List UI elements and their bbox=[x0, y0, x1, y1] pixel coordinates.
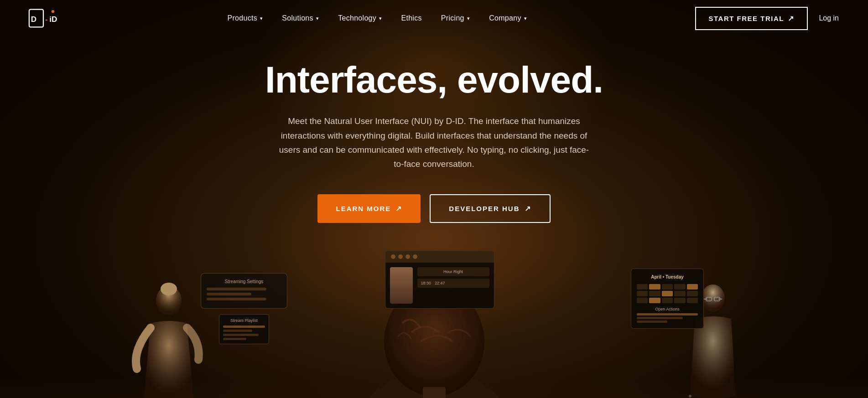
nav-products[interactable]: Products ▾ bbox=[220, 10, 270, 26]
chevron-down-icon: ▾ bbox=[467, 16, 470, 21]
person-left: Stream Playlist bbox=[123, 278, 214, 398]
cal-item bbox=[637, 298, 648, 303]
floating-panel-center: Hour Right 18:30 22:47 bbox=[385, 250, 494, 309]
learn-more-button[interactable]: LEARN MORE ↗ bbox=[317, 194, 421, 223]
logo-svg: D - iD bbox=[27, 5, 59, 32]
cal-item bbox=[637, 284, 648, 289]
svg-text:iD: iD bbox=[49, 15, 57, 24]
login-button[interactable]: Log in bbox=[817, 10, 841, 26]
cal-item bbox=[649, 284, 660, 289]
svg-point-17 bbox=[689, 395, 691, 398]
panel-dot bbox=[405, 254, 410, 259]
svg-rect-13 bbox=[423, 387, 446, 398]
nav-technology[interactable]: Technology ▾ bbox=[331, 10, 389, 26]
svg-text:-: - bbox=[45, 15, 48, 24]
nav-actions: START FREE TRIAL ↗ Log in bbox=[695, 7, 841, 30]
panel-dot bbox=[391, 254, 395, 259]
calendar-grid bbox=[637, 284, 698, 303]
hero-buttons: LEARN MORE ↗ DEVELOPER HUB ↗ bbox=[317, 194, 550, 223]
panel-line bbox=[207, 288, 266, 290]
nav-company[interactable]: Company ▾ bbox=[482, 10, 534, 26]
panel-person-left: Stream Playlist bbox=[219, 314, 269, 344]
nav-solutions[interactable]: Solutions ▾ bbox=[275, 10, 326, 26]
logo[interactable]: D - iD bbox=[27, 5, 59, 32]
avatar-in-panel bbox=[390, 267, 413, 304]
hero-subtitle: Meet the Natural User Interface (NUI) by… bbox=[279, 114, 589, 171]
panel-dot bbox=[398, 254, 403, 259]
chevron-down-icon: ▾ bbox=[316, 16, 319, 21]
panel-dot bbox=[413, 254, 417, 259]
arrow-diagonal-icon: ↗ bbox=[525, 204, 531, 213]
navbar: D - iD Products ▾ Solutions ▾ Technology… bbox=[0, 0, 868, 36]
panel-line bbox=[207, 298, 266, 300]
svg-point-4 bbox=[52, 10, 54, 13]
hero-section: Interfaces, evolved. Meet the Natural Us… bbox=[0, 36, 868, 398]
cal-item bbox=[662, 284, 673, 289]
developer-hub-button[interactable]: DEVELOPER HUB ↗ bbox=[430, 194, 550, 223]
cal-item bbox=[674, 291, 685, 296]
panel-stats: Hour Right 18:30 22:47 bbox=[417, 267, 489, 304]
panel-center-header bbox=[385, 251, 494, 263]
cal-item bbox=[687, 298, 698, 303]
panel-center-body: Hour Right 18:30 22:47 bbox=[385, 263, 494, 308]
cal-item bbox=[637, 291, 648, 296]
cal-item bbox=[649, 298, 660, 303]
cal-item bbox=[687, 291, 698, 296]
stat-block: 18:30 22:47 bbox=[417, 279, 489, 288]
svg-point-6 bbox=[161, 283, 177, 295]
floating-panel-right: April • Tuesday Open Actions bbox=[631, 269, 704, 329]
hero-visual: Streaming Settings bbox=[0, 241, 868, 398]
svg-point-14 bbox=[701, 284, 725, 312]
start-free-trial-button[interactable]: START FREE TRIAL ↗ bbox=[695, 7, 808, 30]
hero-title: Interfaces, evolved. bbox=[265, 59, 603, 100]
arrow-icon: ↗ bbox=[788, 14, 795, 23]
chevron-down-icon: ▾ bbox=[260, 16, 263, 21]
nav-links: Products ▾ Solutions ▾ Technology ▾ Ethi… bbox=[59, 10, 695, 26]
arrow-diagonal-icon: ↗ bbox=[395, 204, 402, 213]
cal-item bbox=[662, 291, 673, 296]
chevron-down-icon: ▾ bbox=[379, 16, 382, 21]
cal-item bbox=[662, 298, 673, 303]
person-left-silhouette bbox=[123, 278, 214, 398]
cal-item bbox=[649, 291, 660, 296]
chevron-down-icon: ▾ bbox=[524, 16, 527, 21]
cal-item bbox=[674, 298, 685, 303]
nav-pricing[interactable]: Pricing ▾ bbox=[434, 10, 477, 26]
nav-ethics[interactable]: Ethics bbox=[394, 10, 429, 26]
stat-block: Hour Right bbox=[417, 267, 489, 276]
cal-item bbox=[687, 284, 698, 289]
panel-right-title: April • Tuesday bbox=[637, 274, 698, 279]
cal-item bbox=[674, 284, 685, 289]
svg-text:D: D bbox=[31, 15, 36, 24]
panel-left-title: Streaming Settings bbox=[207, 279, 281, 284]
